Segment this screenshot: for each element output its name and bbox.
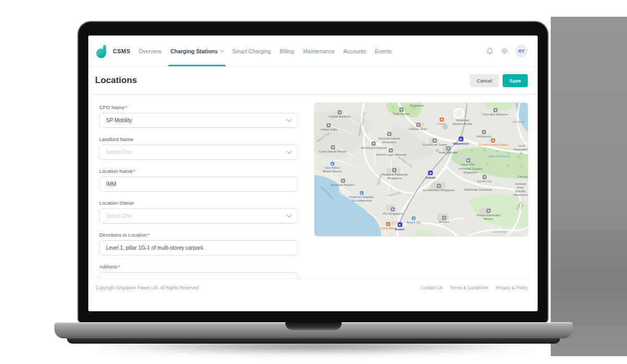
field-address: Address* <box>99 264 298 278</box>
field-label-text: Landlord Name <box>99 136 133 142</box>
footer-links: Contact UsTerms & ConditionsPrivacy & Po… <box>421 285 528 290</box>
nav-item-label: Smart Charging <box>233 48 271 54</box>
cancel-button[interactable]: Cancel <box>470 74 499 87</box>
nav-item-billing[interactable]: Billing <box>280 36 294 66</box>
header-actions: Cancel Save <box>470 74 528 87</box>
page-title: Locations <box>95 75 137 86</box>
brand[interactable]: CSMS <box>95 44 130 58</box>
footer-link-contact-us[interactable]: Contact Us <box>421 285 443 290</box>
laptop-base-underside <box>67 338 560 344</box>
nav-item-events[interactable]: Events <box>375 36 391 66</box>
required-asterisk: * <box>133 168 135 174</box>
field-value: Select One <box>106 149 132 155</box>
location-form: CPO Name*SP MobilityLandlord NameSelect … <box>99 104 298 278</box>
laptop-lid: CSMS OverviewCharging StationsSmart Char… <box>77 21 549 323</box>
chevron-down-icon <box>219 48 224 52</box>
required-asterisk: * <box>125 104 127 110</box>
laptop-mockup: CSMS OverviewCharging StationsSmart Char… <box>0 0 627 364</box>
field-label-text: Address <box>99 264 118 269</box>
field-label: Landlord Name <box>99 136 298 142</box>
field-label: CPO Name* <box>99 104 298 110</box>
chevron-down-icon <box>287 213 292 218</box>
save-button[interactable]: Save <box>503 74 528 87</box>
user-avatar[interactable]: RT <box>515 45 528 57</box>
directions-to-location-input[interactable]: Level 1, pillar 1G-1 of multi-storey car… <box>99 240 298 255</box>
field-label: Location Owner <box>99 200 298 206</box>
csms-app: CSMS OverviewCharging StationsSmart Char… <box>88 36 538 311</box>
address-input[interactable] <box>99 272 298 278</box>
laptop-base-notch <box>285 322 342 330</box>
nav-items: OverviewCharging StationsSmart ChargingB… <box>138 36 391 66</box>
location-owner-select[interactable]: Select One <box>99 208 298 224</box>
field-label: Location Name* <box>99 168 298 174</box>
field-cpo-name: CPO Name*SP Mobility <box>99 104 298 128</box>
page-header: Locations Cancel Save <box>88 67 538 95</box>
field-location-owner: Location OwnerSelect One <box>99 200 298 224</box>
top-nav: CSMS OverviewCharging StationsSmart Char… <box>88 36 538 67</box>
footer: Copyright Singapore Power Ltd. All Right… <box>96 285 528 290</box>
nav-item-overview[interactable]: Overview <box>138 36 161 66</box>
nav-item-label: Events <box>375 48 391 54</box>
settings-gear-icon[interactable] <box>501 47 508 55</box>
nav-item-label: Overview <box>138 48 161 54</box>
backdrop-panel <box>551 17 627 356</box>
nav-item-charging-stations[interactable]: Charging Stations <box>170 36 223 66</box>
field-value: Level 1, pillar 1G-1 of multi-storey car… <box>106 245 204 251</box>
brand-name: CSMS <box>113 48 130 54</box>
field-location-name: Location Name*IMM <box>99 168 298 192</box>
field-label: Address* <box>99 264 298 269</box>
chevron-down-icon <box>287 149 292 154</box>
footer-link-privacy-policy[interactable]: Privacy & Policy <box>496 285 528 290</box>
map-canvas <box>315 103 528 236</box>
nav-item-label: Maintenance <box>303 48 334 54</box>
nav-item-smart-charging[interactable]: Smart Charging <box>233 36 271 66</box>
notifications-bell-icon[interactable] <box>486 47 494 55</box>
nav-item-label: Billing <box>280 48 294 54</box>
landlord-name-select[interactable]: Select One <box>99 145 298 160</box>
required-asterisk: * <box>147 232 149 238</box>
field-label-text: Location Owner <box>99 200 134 206</box>
chevron-down-icon <box>287 117 292 122</box>
cpo-name-select[interactable]: SP Mobility <box>99 113 298 128</box>
field-directions-to-location: Directions to Location*Level 1, pillar 1… <box>99 232 298 255</box>
field-value: Select One <box>106 213 132 219</box>
footer-divider <box>96 278 528 279</box>
map[interactable]: SingaporeImbiah BunkersImbiah FallsImbia… <box>315 103 528 236</box>
footer-link-terms-conditions[interactable]: Terms & Conditions <box>450 285 489 290</box>
field-label: Directions to Location* <box>99 232 298 238</box>
field-label-text: Location Name <box>99 168 133 174</box>
required-asterisk: * <box>118 264 120 269</box>
nav-item-maintenance[interactable]: Maintenance <box>303 36 334 66</box>
nav-item-accounts[interactable]: Accounts <box>343 36 366 66</box>
laptop-base <box>54 322 573 338</box>
field-value: SP Mobility <box>106 118 132 123</box>
copyright-text: Copyright Singapore Power Ltd. All Right… <box>96 285 200 290</box>
nav-item-label: Accounts <box>343 48 366 54</box>
laptop-screen: CSMS OverviewCharging StationsSmart Char… <box>88 36 538 311</box>
nav-item-label: Charging Stations <box>170 48 217 54</box>
field-label-text: Directions to Location <box>99 232 147 238</box>
field-label-text: CPO Name <box>99 104 125 110</box>
location-name-input[interactable]: IMM <box>99 177 298 192</box>
nav-right: RT <box>486 45 528 57</box>
field-value: IMM <box>106 181 116 187</box>
field-landlord-name: Landlord NameSelect One <box>99 136 298 160</box>
brand-logo-icon <box>95 44 109 58</box>
